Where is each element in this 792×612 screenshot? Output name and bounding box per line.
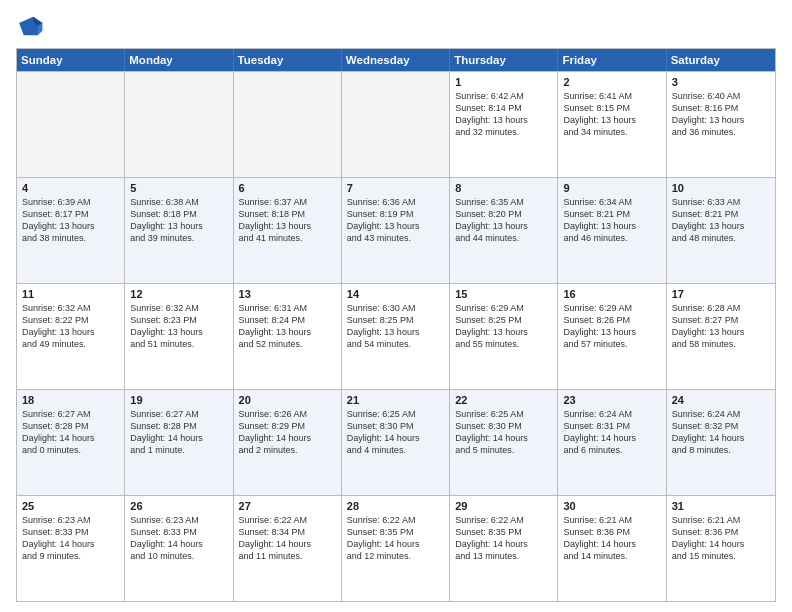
day-info: Sunrise: 6:23 AM Sunset: 8:33 PM Dayligh… bbox=[22, 514, 119, 563]
weekday-header-tuesday: Tuesday bbox=[234, 49, 342, 71]
day-number: 5 bbox=[130, 182, 227, 194]
day-info: Sunrise: 6:22 AM Sunset: 8:34 PM Dayligh… bbox=[239, 514, 336, 563]
calendar-cell-9: 9Sunrise: 6:34 AM Sunset: 8:21 PM Daylig… bbox=[558, 178, 666, 283]
day-number: 7 bbox=[347, 182, 444, 194]
weekday-header-saturday: Saturday bbox=[667, 49, 775, 71]
day-number: 29 bbox=[455, 500, 552, 512]
day-info: Sunrise: 6:38 AM Sunset: 8:18 PM Dayligh… bbox=[130, 196, 227, 245]
day-number: 25 bbox=[22, 500, 119, 512]
day-info: Sunrise: 6:36 AM Sunset: 8:19 PM Dayligh… bbox=[347, 196, 444, 245]
day-info: Sunrise: 6:24 AM Sunset: 8:32 PM Dayligh… bbox=[672, 408, 770, 457]
calendar-cell-19: 19Sunrise: 6:27 AM Sunset: 8:28 PM Dayli… bbox=[125, 390, 233, 495]
day-number: 17 bbox=[672, 288, 770, 300]
day-info: Sunrise: 6:42 AM Sunset: 8:14 PM Dayligh… bbox=[455, 90, 552, 139]
calendar-cell-24: 24Sunrise: 6:24 AM Sunset: 8:32 PM Dayli… bbox=[667, 390, 775, 495]
day-info: Sunrise: 6:27 AM Sunset: 8:28 PM Dayligh… bbox=[22, 408, 119, 457]
calendar-cell-15: 15Sunrise: 6:29 AM Sunset: 8:25 PM Dayli… bbox=[450, 284, 558, 389]
day-info: Sunrise: 6:22 AM Sunset: 8:35 PM Dayligh… bbox=[347, 514, 444, 563]
calendar-cell-empty-3 bbox=[342, 72, 450, 177]
day-number: 13 bbox=[239, 288, 336, 300]
calendar-cell-12: 12Sunrise: 6:32 AM Sunset: 8:23 PM Dayli… bbox=[125, 284, 233, 389]
calendar-cell-11: 11Sunrise: 6:32 AM Sunset: 8:22 PM Dayli… bbox=[17, 284, 125, 389]
day-info: Sunrise: 6:34 AM Sunset: 8:21 PM Dayligh… bbox=[563, 196, 660, 245]
calendar-cell-13: 13Sunrise: 6:31 AM Sunset: 8:24 PM Dayli… bbox=[234, 284, 342, 389]
day-number: 2 bbox=[563, 76, 660, 88]
calendar: SundayMondayTuesdayWednesdayThursdayFrid… bbox=[16, 48, 776, 602]
calendar-cell-29: 29Sunrise: 6:22 AM Sunset: 8:35 PM Dayli… bbox=[450, 496, 558, 601]
day-number: 16 bbox=[563, 288, 660, 300]
day-info: Sunrise: 6:29 AM Sunset: 8:25 PM Dayligh… bbox=[455, 302, 552, 351]
calendar-cell-4: 4Sunrise: 6:39 AM Sunset: 8:17 PM Daylig… bbox=[17, 178, 125, 283]
day-info: Sunrise: 6:32 AM Sunset: 8:22 PM Dayligh… bbox=[22, 302, 119, 351]
day-number: 1 bbox=[455, 76, 552, 88]
day-info: Sunrise: 6:31 AM Sunset: 8:24 PM Dayligh… bbox=[239, 302, 336, 351]
day-number: 20 bbox=[239, 394, 336, 406]
day-number: 31 bbox=[672, 500, 770, 512]
day-info: Sunrise: 6:27 AM Sunset: 8:28 PM Dayligh… bbox=[130, 408, 227, 457]
calendar-cell-14: 14Sunrise: 6:30 AM Sunset: 8:25 PM Dayli… bbox=[342, 284, 450, 389]
day-number: 21 bbox=[347, 394, 444, 406]
calendar-cell-8: 8Sunrise: 6:35 AM Sunset: 8:20 PM Daylig… bbox=[450, 178, 558, 283]
day-info: Sunrise: 6:40 AM Sunset: 8:16 PM Dayligh… bbox=[672, 90, 770, 139]
day-info: Sunrise: 6:28 AM Sunset: 8:27 PM Dayligh… bbox=[672, 302, 770, 351]
calendar-cell-16: 16Sunrise: 6:29 AM Sunset: 8:26 PM Dayli… bbox=[558, 284, 666, 389]
day-info: Sunrise: 6:30 AM Sunset: 8:25 PM Dayligh… bbox=[347, 302, 444, 351]
weekday-header-monday: Monday bbox=[125, 49, 233, 71]
day-number: 27 bbox=[239, 500, 336, 512]
weekday-header-wednesday: Wednesday bbox=[342, 49, 450, 71]
calendar-cell-7: 7Sunrise: 6:36 AM Sunset: 8:19 PM Daylig… bbox=[342, 178, 450, 283]
calendar-row-4: 18Sunrise: 6:27 AM Sunset: 8:28 PM Dayli… bbox=[17, 389, 775, 495]
day-number: 12 bbox=[130, 288, 227, 300]
day-number: 8 bbox=[455, 182, 552, 194]
calendar-cell-17: 17Sunrise: 6:28 AM Sunset: 8:27 PM Dayli… bbox=[667, 284, 775, 389]
day-number: 6 bbox=[239, 182, 336, 194]
day-info: Sunrise: 6:25 AM Sunset: 8:30 PM Dayligh… bbox=[455, 408, 552, 457]
calendar-cell-27: 27Sunrise: 6:22 AM Sunset: 8:34 PM Dayli… bbox=[234, 496, 342, 601]
calendar-cell-22: 22Sunrise: 6:25 AM Sunset: 8:30 PM Dayli… bbox=[450, 390, 558, 495]
calendar-body: 1Sunrise: 6:42 AM Sunset: 8:14 PM Daylig… bbox=[17, 71, 775, 601]
day-info: Sunrise: 6:33 AM Sunset: 8:21 PM Dayligh… bbox=[672, 196, 770, 245]
day-number: 24 bbox=[672, 394, 770, 406]
day-info: Sunrise: 6:25 AM Sunset: 8:30 PM Dayligh… bbox=[347, 408, 444, 457]
day-number: 18 bbox=[22, 394, 119, 406]
day-number: 3 bbox=[672, 76, 770, 88]
day-info: Sunrise: 6:37 AM Sunset: 8:18 PM Dayligh… bbox=[239, 196, 336, 245]
calendar-cell-28: 28Sunrise: 6:22 AM Sunset: 8:35 PM Dayli… bbox=[342, 496, 450, 601]
day-number: 4 bbox=[22, 182, 119, 194]
calendar-cell-3: 3Sunrise: 6:40 AM Sunset: 8:16 PM Daylig… bbox=[667, 72, 775, 177]
calendar-cell-10: 10Sunrise: 6:33 AM Sunset: 8:21 PM Dayli… bbox=[667, 178, 775, 283]
calendar-cell-23: 23Sunrise: 6:24 AM Sunset: 8:31 PM Dayli… bbox=[558, 390, 666, 495]
day-info: Sunrise: 6:32 AM Sunset: 8:23 PM Dayligh… bbox=[130, 302, 227, 351]
day-number: 19 bbox=[130, 394, 227, 406]
calendar-cell-25: 25Sunrise: 6:23 AM Sunset: 8:33 PM Dayli… bbox=[17, 496, 125, 601]
day-number: 10 bbox=[672, 182, 770, 194]
day-info: Sunrise: 6:21 AM Sunset: 8:36 PM Dayligh… bbox=[672, 514, 770, 563]
calendar-cell-21: 21Sunrise: 6:25 AM Sunset: 8:30 PM Dayli… bbox=[342, 390, 450, 495]
day-info: Sunrise: 6:29 AM Sunset: 8:26 PM Dayligh… bbox=[563, 302, 660, 351]
day-info: Sunrise: 6:23 AM Sunset: 8:33 PM Dayligh… bbox=[130, 514, 227, 563]
day-info: Sunrise: 6:26 AM Sunset: 8:29 PM Dayligh… bbox=[239, 408, 336, 457]
calendar-cell-empty-2 bbox=[234, 72, 342, 177]
weekday-header-sunday: Sunday bbox=[17, 49, 125, 71]
logo bbox=[16, 12, 48, 40]
calendar-cell-1: 1Sunrise: 6:42 AM Sunset: 8:14 PM Daylig… bbox=[450, 72, 558, 177]
day-info: Sunrise: 6:22 AM Sunset: 8:35 PM Dayligh… bbox=[455, 514, 552, 563]
day-info: Sunrise: 6:24 AM Sunset: 8:31 PM Dayligh… bbox=[563, 408, 660, 457]
calendar-cell-6: 6Sunrise: 6:37 AM Sunset: 8:18 PM Daylig… bbox=[234, 178, 342, 283]
calendar-cell-26: 26Sunrise: 6:23 AM Sunset: 8:33 PM Dayli… bbox=[125, 496, 233, 601]
day-number: 23 bbox=[563, 394, 660, 406]
calendar-row-3: 11Sunrise: 6:32 AM Sunset: 8:22 PM Dayli… bbox=[17, 283, 775, 389]
day-number: 9 bbox=[563, 182, 660, 194]
page-header bbox=[16, 12, 776, 40]
calendar-row-2: 4Sunrise: 6:39 AM Sunset: 8:17 PM Daylig… bbox=[17, 177, 775, 283]
calendar-header: SundayMondayTuesdayWednesdayThursdayFrid… bbox=[17, 49, 775, 71]
day-number: 22 bbox=[455, 394, 552, 406]
calendar-cell-empty-0 bbox=[17, 72, 125, 177]
calendar-cell-18: 18Sunrise: 6:27 AM Sunset: 8:28 PM Dayli… bbox=[17, 390, 125, 495]
logo-icon bbox=[16, 12, 44, 40]
day-info: Sunrise: 6:35 AM Sunset: 8:20 PM Dayligh… bbox=[455, 196, 552, 245]
day-number: 11 bbox=[22, 288, 119, 300]
calendar-cell-30: 30Sunrise: 6:21 AM Sunset: 8:36 PM Dayli… bbox=[558, 496, 666, 601]
day-number: 30 bbox=[563, 500, 660, 512]
calendar-row-5: 25Sunrise: 6:23 AM Sunset: 8:33 PM Dayli… bbox=[17, 495, 775, 601]
